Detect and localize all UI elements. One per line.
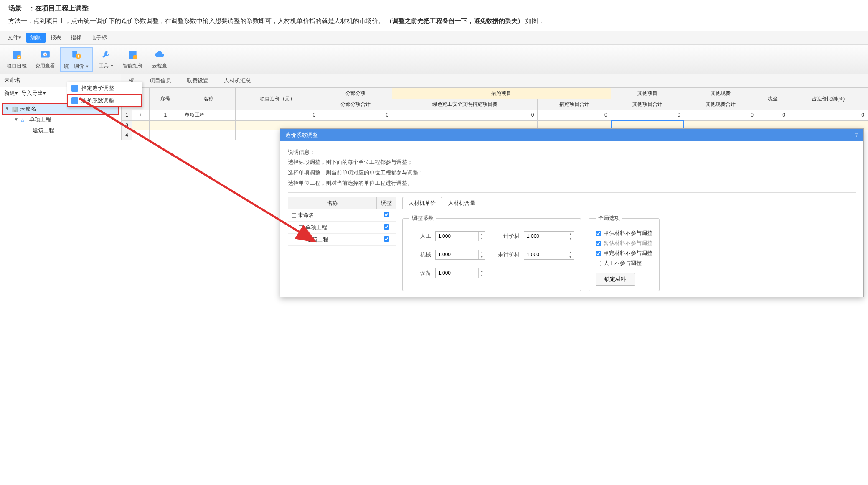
tool-list-check[interactable]: 项目自检 bbox=[3, 47, 30, 71]
cell-value[interactable]: 0 bbox=[319, 110, 392, 120]
dialog-help-icon[interactable]: ? bbox=[855, 132, 858, 138]
coef-fieldset: 调整系数 人工▲▼计价材▲▼机械▲▼未计价材▲▼设备▲▼ bbox=[402, 214, 581, 291]
expand-toggle[interactable] bbox=[132, 120, 150, 130]
adjust-dropdown: 指定造价调整造价系数调整 bbox=[67, 82, 142, 107]
spin-down-icon[interactable]: ▼ bbox=[479, 273, 485, 278]
dlg-inner-tab[interactable]: 人材机单价 bbox=[402, 197, 442, 209]
lock-material-button[interactable]: 锁定材料 bbox=[596, 273, 635, 286]
coef-input[interactable] bbox=[524, 252, 567, 258]
content-tabs: 析项目信息取费设置人材机汇总 bbox=[121, 74, 868, 88]
cell-value[interactable]: 0 bbox=[236, 110, 319, 120]
global-checkbox[interactable] bbox=[596, 231, 601, 236]
left-action[interactable]: 导入导出▾ bbox=[21, 89, 46, 97]
info-line: 选择单位工程，则对当前选择的单位工程进行调整。 bbox=[288, 178, 856, 189]
info-line: 选择单项调整，则当前单项对应的单位工程都参与调整； bbox=[288, 168, 856, 178]
spin-up-icon[interactable]: ▲ bbox=[479, 250, 485, 255]
coef-legend: 调整系数 bbox=[409, 214, 436, 222]
collapse-icon[interactable]: − bbox=[299, 225, 304, 230]
spin-down-icon[interactable]: ▼ bbox=[567, 236, 574, 241]
list-icon bbox=[71, 85, 78, 92]
spin-up-icon[interactable]: ▲ bbox=[479, 232, 485, 236]
global-checkbox[interactable] bbox=[596, 251, 601, 256]
coef-spinner[interactable]: ▲▼ bbox=[435, 231, 485, 241]
tool-label: 云检查 bbox=[152, 62, 167, 69]
tool-cloud[interactable]: 云检查 bbox=[148, 47, 171, 71]
global-option[interactable]: 甲定材料不参与调整 bbox=[596, 250, 652, 257]
coef-spinner[interactable]: ▲▼ bbox=[435, 250, 485, 260]
collapse-icon[interactable]: − bbox=[292, 213, 296, 218]
left-action[interactable]: 新建▾ bbox=[4, 89, 18, 97]
dlg-tree-row[interactable]: 建筑工程 bbox=[288, 234, 396, 246]
menu-1[interactable]: 编制 bbox=[26, 33, 46, 43]
tool-adjust[interactable]: 统一调价 ▼ bbox=[60, 47, 93, 72]
cell-name bbox=[181, 120, 236, 130]
spin-up-icon[interactable]: ▲ bbox=[479, 268, 485, 273]
coef-row: 计价材▲▼ bbox=[498, 231, 574, 241]
menu-0[interactable]: 文件▾ bbox=[3, 33, 25, 43]
content-tab[interactable]: 取费设置 bbox=[179, 74, 216, 87]
tool-smart[interactable]: 智能组价 bbox=[119, 47, 146, 71]
coef-input[interactable] bbox=[524, 233, 567, 239]
cell-value[interactable]: 0 bbox=[611, 110, 684, 120]
tool-money-view[interactable]: ¥费用查看 bbox=[32, 47, 58, 71]
cell-value[interactable]: 0 bbox=[392, 110, 538, 120]
adjust-checkbox[interactable] bbox=[384, 236, 389, 242]
dlg-inner-tab[interactable]: 人材机含量 bbox=[442, 197, 482, 209]
tool-tool[interactable]: 工具 ▼ bbox=[94, 47, 118, 71]
coef-spinner[interactable]: ▲▼ bbox=[524, 250, 574, 260]
cell-value[interactable]: 0 bbox=[538, 110, 611, 120]
spin-down-icon[interactable]: ▼ bbox=[479, 236, 485, 241]
content-tab[interactable]: 项目信息 bbox=[142, 74, 179, 87]
project-tree: ▼🏢未命名▼⌂单项工程建筑工程 bbox=[0, 100, 121, 308]
menu-3[interactable]: 指标 bbox=[66, 33, 86, 43]
spin-down-icon[interactable]: ▼ bbox=[567, 255, 574, 259]
dlg-tree-row[interactable]: −单项工程 bbox=[288, 222, 396, 234]
dropdown-item[interactable]: 造价系数调整 bbox=[67, 94, 142, 107]
expand-toggle[interactable]: + bbox=[132, 110, 150, 120]
grid-subcol: 其他项目合计 bbox=[611, 99, 684, 110]
spin-up-icon[interactable]: ▲ bbox=[567, 232, 574, 236]
toolbar: 项目自检¥费用查看统一调价 ▼工具 ▼智能组价云检查 bbox=[0, 45, 868, 74]
expand-toggle[interactable] bbox=[132, 130, 150, 140]
cell-value[interactable]: 0 bbox=[757, 110, 789, 120]
cell-value[interactable]: 0 bbox=[684, 110, 757, 120]
dropdown-item[interactable]: 指定造价调整 bbox=[67, 82, 142, 94]
dlg-tree-row[interactable]: −未命名 bbox=[288, 209, 396, 222]
spin-down-icon[interactable]: ▼ bbox=[479, 255, 485, 259]
tool-label: 费用查看 bbox=[35, 62, 55, 69]
menu-2[interactable]: 报表 bbox=[46, 33, 66, 43]
grid-col: 分部分项 bbox=[319, 88, 392, 99]
grid-row[interactable]: 1+1单项工程00000000 bbox=[122, 110, 868, 120]
grid-col: 项目造价（元） bbox=[236, 88, 319, 110]
coef-spinner[interactable]: ▲▼ bbox=[435, 268, 485, 278]
chevron-down-icon: ▼ bbox=[110, 64, 114, 68]
list-icon bbox=[71, 97, 78, 104]
global-option[interactable]: 暂估材料不参与调整 bbox=[596, 240, 652, 247]
global-option[interactable]: 甲供材料不参与调整 bbox=[596, 230, 652, 237]
coef-label: 计价材 bbox=[498, 232, 520, 240]
dlg-tree-label: 未命名 bbox=[298, 212, 314, 219]
coef-input[interactable] bbox=[436, 233, 478, 239]
coef-input[interactable] bbox=[436, 270, 478, 276]
coef-input[interactable] bbox=[436, 252, 478, 258]
adjust-icon bbox=[71, 49, 82, 61]
smart-icon bbox=[127, 49, 139, 61]
coef-label: 机械 bbox=[409, 251, 431, 258]
menubar: 文件▾编制报表指标电子标 bbox=[0, 31, 868, 45]
grid-subcol: 绿色施工安全文明措施项目费 bbox=[392, 99, 538, 110]
tree-node[interactable]: 建筑工程 bbox=[23, 125, 118, 136]
adjust-checkbox[interactable] bbox=[384, 224, 389, 230]
adjust-checkbox[interactable] bbox=[384, 212, 389, 217]
spin-up-icon[interactable]: ▲ bbox=[567, 250, 574, 255]
tree-node[interactable]: ▼⌂单项工程 bbox=[12, 114, 118, 125]
cell-value[interactable]: 0 bbox=[789, 110, 868, 120]
info-label: 说明信息： bbox=[288, 147, 856, 158]
grid-col: 占造价比例(%) bbox=[789, 88, 868, 110]
grid-subcol: 分部分项合计 bbox=[319, 99, 392, 110]
content-tab[interactable]: 人材机汇总 bbox=[216, 74, 259, 87]
global-checkbox[interactable] bbox=[596, 241, 601, 246]
menu-4[interactable]: 电子标 bbox=[86, 33, 111, 43]
global-checkbox[interactable] bbox=[596, 261, 601, 266]
global-option[interactable]: 人工不参与调整 bbox=[596, 260, 652, 267]
coef-spinner[interactable]: ▲▼ bbox=[524, 231, 574, 241]
